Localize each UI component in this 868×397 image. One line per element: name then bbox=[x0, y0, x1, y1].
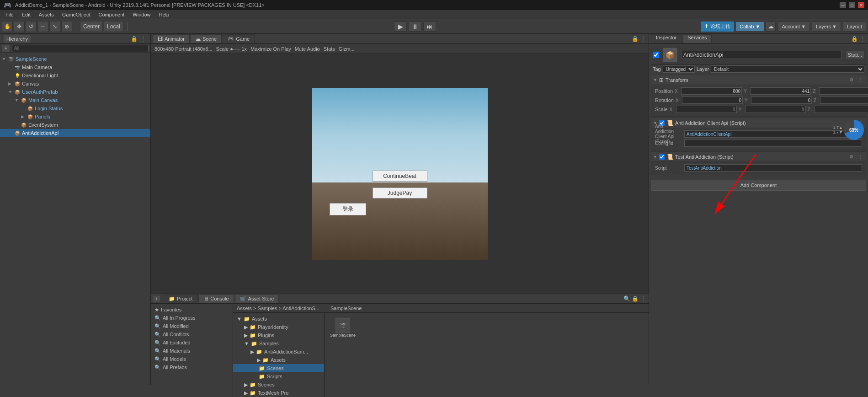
tab-animator[interactable]: 🎞 Animator bbox=[153, 34, 190, 43]
tree-item-user-auth-prefab[interactable]: ▼ 📦 UserAuthPrefab bbox=[0, 88, 150, 96]
tab-scene[interactable]: ⛰ Scene bbox=[191, 34, 222, 43]
pivot-btn[interactable]: Center bbox=[80, 21, 103, 32]
fav-all-modified[interactable]: 🔍 All Modified bbox=[151, 322, 233, 330]
hierarchy-add-button[interactable]: + bbox=[2, 45, 10, 52]
upload-button[interactable]: ⬆ 论坛上传 bbox=[701, 21, 734, 32]
tab-inspector[interactable]: Inspector bbox=[651, 34, 682, 43]
rotation-x-input[interactable] bbox=[682, 97, 743, 104]
component-enabled-checkbox[interactable] bbox=[659, 154, 665, 160]
add-component-button[interactable]: Add Component bbox=[651, 180, 866, 191]
tree-item-panels[interactable]: ▶ 📦 Panels bbox=[0, 113, 150, 121]
folder-assets-nested[interactable]: ▶ 📁 Assets bbox=[233, 356, 324, 364]
pause-button[interactable]: ⏸ bbox=[409, 21, 421, 32]
menu-window[interactable]: Window bbox=[129, 11, 154, 18]
gizmos-button[interactable]: Gizm... bbox=[339, 46, 355, 52]
tool-transform[interactable]: ⊕ bbox=[61, 21, 72, 32]
position-x-input[interactable] bbox=[681, 87, 742, 95]
tool-scale[interactable]: ↔ bbox=[37, 21, 48, 32]
tab-project[interactable]: 📁 Project bbox=[164, 294, 197, 303]
menu-gameobject[interactable]: GameObject bbox=[59, 11, 94, 18]
tree-item-main-canvas[interactable]: ▼ 📦 Main Canvas bbox=[0, 96, 150, 104]
folder-scenes-root[interactable]: ▶ 📁 Scenes bbox=[233, 381, 324, 389]
rotation-y-input[interactable] bbox=[751, 97, 812, 104]
tab-game[interactable]: 🎮 Game bbox=[223, 34, 255, 43]
maximize-button[interactable]: □ bbox=[849, 2, 855, 8]
menu-assets[interactable]: Assets bbox=[35, 11, 58, 18]
object-name-input[interactable] bbox=[681, 51, 842, 59]
mute-audio[interactable]: Mute Audio bbox=[295, 46, 320, 52]
scale-control[interactable]: Scale ●── 1x bbox=[216, 46, 247, 52]
game-login-button[interactable]: 登录 bbox=[330, 203, 366, 215]
tab-console[interactable]: 🖥 Console bbox=[198, 294, 234, 303]
menu-component[interactable]: Component bbox=[95, 11, 128, 18]
fav-all-in-progress[interactable]: 🔍 All In Progress bbox=[151, 314, 233, 322]
folder-assets[interactable]: ▼ 📁 Assets bbox=[233, 315, 324, 323]
tree-item-samplescene[interactable]: ▼ 🎬 SampleScene bbox=[0, 55, 150, 63]
tree-item-canvas[interactable]: ▶ 📦 Canvas bbox=[0, 80, 150, 88]
account-button[interactable]: Account ▼ bbox=[777, 21, 810, 32]
bottom-lock-icon[interactable]: 🔒 bbox=[631, 295, 639, 302]
minimize-button[interactable]: ─ bbox=[840, 2, 846, 8]
view-more-icon[interactable]: ⋮ bbox=[639, 35, 647, 43]
fav-all-conflicts[interactable]: 🔍 All Conflicts bbox=[151, 330, 233, 338]
fav-all-models[interactable]: 🔍 All Models bbox=[151, 355, 233, 363]
static-button[interactable]: Stati... bbox=[846, 51, 864, 59]
position-y-input[interactable] bbox=[750, 87, 811, 95]
component-settings-icon[interactable]: ⚙ bbox=[847, 76, 855, 84]
bottom-search-icon[interactable]: 🔍 bbox=[623, 295, 630, 302]
fav-all-prefabs[interactable]: 🔍 All Prefabs bbox=[151, 363, 233, 371]
tool-rect[interactable]: ⤡ bbox=[49, 21, 60, 32]
fav-all-materials[interactable]: 🔍 All Materials bbox=[151, 347, 233, 355]
folder-scenes[interactable]: 📁 Scenes bbox=[233, 364, 324, 372]
layout-button[interactable]: Layout bbox=[843, 21, 866, 32]
game-continue-button[interactable]: ContinueBeat bbox=[373, 171, 427, 182]
inspector-more-icon[interactable]: ⋮ bbox=[859, 35, 866, 43]
maximize-on-play[interactable]: Maximize On Play bbox=[250, 46, 291, 52]
folder-samples[interactable]: ▼ 📁 Samples bbox=[233, 339, 324, 348]
hierarchy-tab[interactable]: Hierarchy bbox=[4, 35, 31, 43]
folder-anti-addiction-sample[interactable]: ▶ 📁 AntiAddictionSam... bbox=[233, 348, 324, 356]
scale-y-input[interactable] bbox=[745, 106, 806, 113]
cloud-button[interactable]: ☁ bbox=[766, 21, 776, 32]
menu-file[interactable]: File bbox=[2, 11, 17, 18]
tree-item-main-camera[interactable]: 📷 Main Camera bbox=[0, 63, 150, 71]
menu-help[interactable]: Help bbox=[155, 11, 173, 18]
file-item-samplescene[interactable]: 🎬 SampleScene bbox=[330, 318, 356, 338]
component-settings-icon[interactable]: ⚙ bbox=[847, 153, 855, 161]
resolution-selector[interactable]: 800x480 Portrait (480x8... bbox=[154, 46, 213, 52]
collab-button[interactable]: Collab ▼ bbox=[736, 22, 764, 31]
scale-z-input[interactable] bbox=[814, 106, 868, 113]
component-more-icon[interactable]: ⋮ bbox=[857, 153, 864, 161]
inspector-lock-icon[interactable]: 🔒 bbox=[851, 35, 858, 43]
folder-scripts[interactable]: 📁 Scripts bbox=[233, 372, 324, 381]
component-more-icon[interactable]: ⋮ bbox=[857, 76, 864, 84]
stats-button[interactable]: Stats bbox=[324, 46, 335, 52]
hierarchy-search-input[interactable] bbox=[12, 45, 149, 52]
rotation-z-input[interactable] bbox=[820, 97, 868, 104]
tool-rotate[interactable]: ↺ bbox=[26, 21, 37, 32]
tool-move[interactable]: ✥ bbox=[14, 21, 25, 32]
tree-item-event-system[interactable]: 📦 EventSystem bbox=[0, 121, 150, 129]
config-id-input[interactable] bbox=[684, 139, 862, 147]
tab-asset-store[interactable]: 🛒 Asset Store bbox=[235, 294, 279, 303]
folder-plugins[interactable]: ▶ 📁 Plugins bbox=[233, 331, 324, 339]
view-lock-icon[interactable]: 🔒 bbox=[631, 35, 639, 43]
transform-header[interactable]: ▼ ⊞ Transform ⚙ ⋮ bbox=[651, 75, 866, 85]
scale-x-input[interactable] bbox=[676, 106, 737, 113]
close-button[interactable]: ✕ bbox=[858, 2, 864, 8]
layer-select[interactable]: Default bbox=[711, 65, 864, 73]
game-judge-button[interactable]: JudgePay bbox=[373, 188, 427, 198]
folder-player-identity[interactable]: ▶ 📁 PlayerIdentity bbox=[233, 323, 324, 331]
bottom-add-button[interactable]: + bbox=[153, 295, 161, 302]
step-button[interactable]: ⏭ bbox=[423, 21, 436, 32]
hierarchy-lock-icon[interactable]: 🔒 bbox=[130, 35, 138, 43]
position-z-input[interactable] bbox=[819, 87, 868, 95]
play-button[interactable]: ▶ bbox=[394, 21, 407, 32]
hierarchy-more-icon[interactable]: ⋮ bbox=[139, 35, 147, 43]
tree-item-login-status[interactable]: 📦 Login Status bbox=[0, 104, 150, 113]
tool-hand[interactable]: ✋ bbox=[2, 21, 13, 32]
menu-edit[interactable]: Edit bbox=[18, 11, 34, 18]
layers-button[interactable]: Layers ▼ bbox=[812, 21, 841, 32]
tree-item-directional-light[interactable]: 💡 Directional Light bbox=[0, 71, 150, 80]
tag-select[interactable]: Untagged bbox=[663, 65, 695, 73]
